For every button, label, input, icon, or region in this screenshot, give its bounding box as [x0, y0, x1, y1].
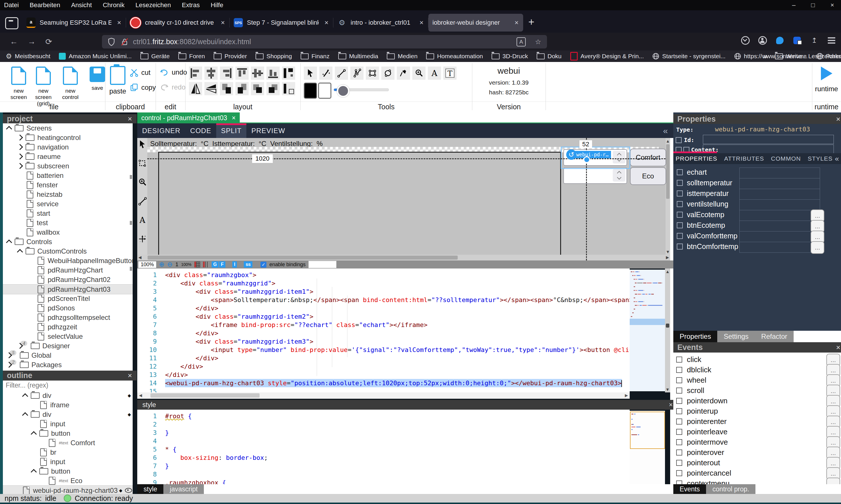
tab-javascript[interactable]: javascript [164, 484, 204, 494]
event-checkbox[interactable] [676, 367, 682, 373]
bookmark-startseite-syrgenstei-[interactable]: Startseite - syrgenstei... [652, 53, 725, 60]
zoom-out-icon[interactable]: ⊖ [167, 261, 172, 268]
project-item-wallbox[interactable]: wallbox [3, 228, 133, 237]
slider-knob[interactable] [337, 85, 349, 97]
code-line-8[interactable]: 8 </div> [137, 329, 630, 337]
code-line-8[interactable]: 8 [137, 470, 630, 479]
code-line-15[interactable]: 15 [137, 387, 630, 392]
align-left-icon[interactable] [189, 67, 202, 80]
outline-item-iframe[interactable]: iframe◆ [3, 400, 133, 410]
property-checkbox[interactable] [677, 222, 683, 228]
code-vertical-scrollbar[interactable]: ▲ ▼ [665, 269, 670, 392]
close-button[interactable]: × [830, 1, 834, 9]
collapse-icon[interactable] [17, 249, 23, 255]
code-line-5[interactable]: 5* { [137, 445, 630, 453]
forward-icon[interactable]: → [28, 37, 36, 46]
enable-bindings-checkbox[interactable]: ✓ [260, 262, 267, 268]
project-item-pdscreentitel[interactable]: pdScreenTitel [3, 294, 133, 303]
props-tab-attributes[interactable]: ATTRIBUTES [724, 155, 764, 162]
expand-icon[interactable] [17, 154, 23, 160]
event-checkbox[interactable] [676, 439, 682, 445]
textbox-tool[interactable]: T [443, 67, 457, 80]
reorder-icon[interactable] [282, 82, 295, 95]
designer-canvas[interactable]: A+- Solltemperatur: °C Isttemperatur: °C… [137, 138, 670, 260]
button-cut[interactable]: cut [130, 68, 151, 77]
line-tool[interactable] [138, 197, 147, 205]
browser-tab-3[interactable]: SPSStep 7 - Signalampel blinken las× [230, 14, 333, 32]
project-item-customcontrols[interactable]: CustomControls [3, 247, 133, 256]
translate-icon[interactable]: A [517, 37, 526, 47]
project-item-fenster[interactable]: fenster [3, 180, 133, 190]
grid-button[interactable]: G [212, 261, 219, 268]
frame-button[interactable]: F [219, 261, 225, 268]
panel-tab-refactor[interactable]: Refactor [755, 331, 794, 342]
ellipse-tool[interactable] [381, 67, 395, 80]
project-item-heizstab[interactable]: heizstab [3, 190, 133, 199]
visibility-icon[interactable] [125, 488, 132, 493]
project-item-start[interactable]: start [3, 209, 133, 218]
marker-icon[interactable]: ◆ [119, 488, 122, 493]
pocket-icon[interactable] [740, 36, 750, 45]
bookmark-amazon-music-unlimi-[interactable]: Amazon Music Unlimi... [59, 53, 132, 60]
collapse-icon[interactable] [31, 431, 37, 437]
bookmark-foren[interactable]: Foren [178, 53, 205, 60]
expand-icon[interactable] [17, 134, 23, 141]
button-new-screen[interactable]: new screen [6, 67, 31, 101]
project-item-designer[interactable]: 4Designer [3, 341, 133, 350]
code-line-4[interactable]: 4 [137, 437, 630, 445]
event-checkbox[interactable] [676, 408, 682, 414]
zoom-tool[interactable] [138, 178, 147, 186]
project-item-selectvalue[interactable]: selectValue [3, 331, 133, 341]
button-paste[interactable]: paste [108, 66, 127, 95]
browser-tab-1[interactable]: aSeamuing ESP32 LoRa Entwickl× [22, 14, 126, 32]
canvas-vertical-scrollbar[interactable]: ▲ ▼ [666, 138, 670, 255]
magic-wand-tool[interactable] [319, 67, 332, 80]
line-tool[interactable] [335, 67, 348, 80]
document-tab[interactable]: control - pdRaumHzgChart03 × [137, 112, 240, 123]
property-checkbox[interactable] [677, 244, 683, 250]
project-close-icon[interactable]: × [128, 114, 132, 123]
opacity-slider[interactable] [333, 88, 389, 91]
property-value-input[interactable] [739, 221, 811, 232]
project-item-pdsonos[interactable]: pdSonos [3, 303, 133, 313]
outline-filter-input[interactable] [3, 380, 133, 390]
property-checkbox[interactable] [677, 180, 683, 186]
code-line-14[interactable]: 14<webui-pd-raum-hzg-chart03 style="posi… [137, 379, 630, 387]
property-value-input[interactable] [739, 167, 820, 178]
bookmark-finanz[interactable]: Finanz [301, 53, 330, 60]
event-checkbox[interactable] [676, 460, 682, 466]
project-item-pdraumhzgchart[interactable]: pdRaumHzgChart [3, 265, 133, 275]
id-checkbox[interactable] [675, 137, 682, 143]
collapse-icon[interactable] [6, 239, 12, 246]
code-line-10[interactable]: 10 <input type="number" bind-prop:value=… [137, 346, 630, 354]
collapse-properties-icon[interactable]: « [835, 154, 839, 163]
collapse-icon[interactable] [22, 412, 28, 418]
id-input[interactable] [703, 135, 834, 144]
arrange-back-icon[interactable] [220, 82, 233, 95]
outline-item-button[interactable]: button◆ [3, 429, 133, 438]
pointer-tool[interactable] [304, 67, 317, 80]
event-checkbox[interactable] [676, 470, 682, 476]
style-minimap[interactable] [630, 411, 665, 484]
wrap-icon[interactable] [282, 67, 295, 80]
button-save[interactable]: save [85, 67, 110, 91]
designer-toolbar-input[interactable] [308, 261, 337, 268]
code-line-1[interactable]: 1#root { [137, 412, 630, 420]
html-code-editor[interactable]: 1<div class="raumhzgbox">2 <div class="r… [137, 269, 630, 392]
outline-item-comfort[interactable]: #textComfort [3, 438, 133, 448]
bookmark-shopping[interactable]: Shopping [256, 53, 292, 60]
menu-extras[interactable]: Extras [182, 1, 200, 9]
code-line-1[interactable]: 1<div class="raumhzgbox"> [137, 271, 630, 279]
collapse-icon[interactable] [31, 469, 37, 475]
info-button[interactable]: I [232, 261, 237, 268]
account-icon[interactable] [758, 36, 768, 45]
event-checkbox[interactable] [676, 481, 682, 485]
bookmark-meistbesucht[interactable]: ⚙Meistbesucht [6, 52, 50, 60]
button-redo[interactable]: redo [160, 83, 186, 91]
canvas-horizontal-scrollbar[interactable]: ◀ ▶ [137, 255, 670, 260]
selected-component-chip[interactable]: webui-pd-r… [574, 151, 611, 158]
align-center-h-icon[interactable] [204, 67, 218, 80]
project-item-pdraumhzgchart03[interactable]: pdRaumHzgChart03 [3, 284, 133, 294]
event-checkbox[interactable] [676, 388, 682, 394]
outline-item-br[interactable]: br◆ [3, 448, 133, 457]
